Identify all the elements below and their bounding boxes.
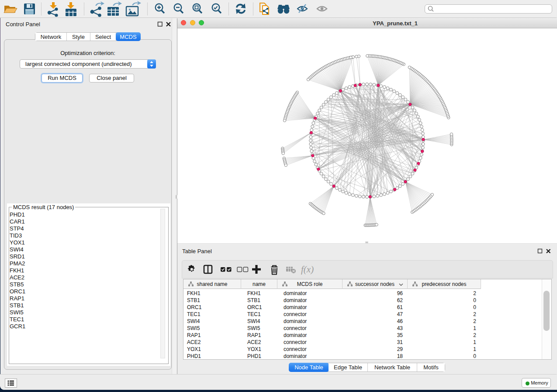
svg-text:f(x): f(x) [301, 264, 314, 275]
